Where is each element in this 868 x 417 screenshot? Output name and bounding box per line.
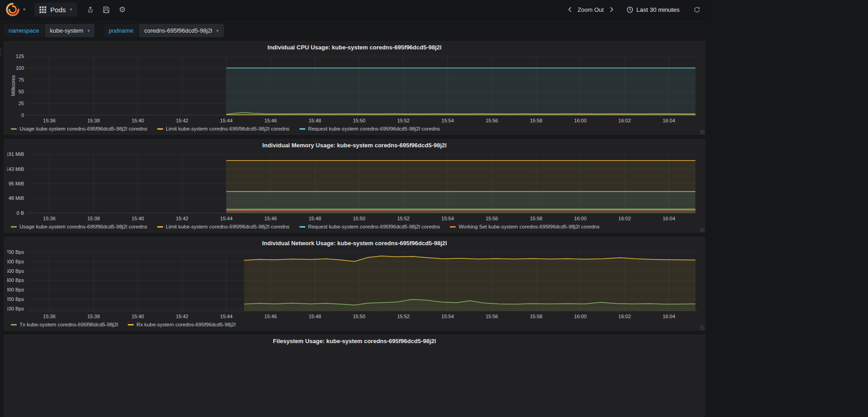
svg-text:16:02: 16:02: [618, 314, 631, 319]
legend-item[interactable]: Usage kube-system coredns-695f96dcd5-98j…: [11, 126, 147, 131]
panel-memory: Individual Memory Usage: kube-system cor…: [4, 139, 705, 233]
legend-item[interactable]: Request kube-system coredns-695f96dcd5-9…: [299, 224, 440, 229]
y-axis-label-millicores: Millicores: [10, 75, 16, 96]
svg-text:15:52: 15:52: [397, 216, 410, 221]
legend-item[interactable]: Working Set kube-system coredns-695f96dc…: [450, 224, 599, 229]
zoom-out-button[interactable]: Zoom Out: [576, 4, 606, 16]
time-controls: Zoom Out Last 30 minutes: [564, 4, 704, 16]
chevron-left-icon: [567, 6, 573, 13]
svg-text:16:02: 16:02: [618, 118, 631, 123]
svg-text:15:40: 15:40: [131, 216, 144, 221]
grafana-app: ▾ Pods ▾ ⚙: [0, 0, 709, 417]
svg-text:15:44: 15:44: [220, 118, 233, 123]
svg-text:16:00: 16:00: [574, 216, 587, 221]
svg-text:0 B: 0 B: [16, 210, 24, 216]
svg-text:16:00: 16:00: [574, 314, 587, 319]
dashboard-panels: Individual CPU Usage: kube-system coredn…: [0, 41, 709, 417]
legend-item[interactable]: Rx kube-system coredns-695f96dcd5-98j2l: [128, 322, 236, 327]
panel-title-memory[interactable]: Individual Memory Usage: kube-system cor…: [7, 141, 702, 150]
legend-item[interactable]: Limit kube-system coredns-695f96dcd5-98j…: [157, 224, 289, 229]
gear-icon: ⚙: [119, 6, 125, 14]
panel-cpu: Individual CPU Usage: kube-system coredn…: [4, 41, 705, 135]
network-usage-chart[interactable]: 100 Bps200 Bps300 Bps400 Bps500 Bps600 B…: [7, 248, 701, 320]
variable-label-podname: podname: [104, 24, 138, 37]
variable-label-namespace: namespace: [4, 24, 44, 37]
svg-text:15:40: 15:40: [131, 118, 144, 123]
memory-usage-chart[interactable]: 0 B48 MiB95 MiB143 MiB191 MiB15:3615:381…: [7, 150, 701, 222]
svg-text:143 MiB: 143 MiB: [7, 166, 24, 172]
time-shift-back-button[interactable]: [564, 4, 576, 15]
svg-text:15:36: 15:36: [43, 216, 56, 221]
panel-title-filesystem[interactable]: Filesystem Usage: kube-system coredns-69…: [7, 337, 702, 346]
svg-text:15:36: 15:36: [43, 118, 56, 123]
svg-text:25: 25: [19, 101, 24, 106]
svg-text:15:52: 15:52: [397, 118, 410, 123]
panel-resize-handle[interactable]: [700, 326, 704, 330]
grafana-logo-icon: [5, 2, 20, 17]
svg-text:0: 0: [21, 112, 24, 118]
save-button[interactable]: [98, 4, 114, 16]
cpu-legend: Usage kube-system coredns-695f96dcd5-98j…: [7, 124, 702, 133]
svg-text:15:44: 15:44: [220, 314, 233, 319]
grafana-menu-button[interactable]: ▾: [5, 2, 25, 17]
variable-dropdown-namespace[interactable]: kube-system ▾: [45, 24, 95, 37]
time-range-button[interactable]: Last 30 minutes: [622, 4, 684, 16]
variable-namespace: namespace kube-system ▾: [4, 24, 95, 37]
svg-text:15:42: 15:42: [176, 216, 188, 221]
panel-resize-handle[interactable]: [700, 228, 704, 232]
svg-text:15:58: 15:58: [530, 314, 543, 319]
svg-text:15:38: 15:38: [87, 118, 100, 123]
refresh-button[interactable]: [690, 4, 704, 16]
dashboard-picker-button[interactable]: Pods ▾: [34, 3, 77, 17]
share-icon: [87, 6, 94, 13]
caret-down-icon: ▾: [23, 7, 25, 12]
svg-text:500 Bps: 500 Bps: [7, 268, 24, 274]
svg-text:15:38: 15:38: [87, 314, 100, 319]
cpu-usage-chart[interactable]: 025507510012515:3615:3815:4015:4215:4415…: [7, 53, 701, 124]
svg-text:15:56: 15:56: [486, 314, 498, 319]
svg-text:15:54: 15:54: [441, 216, 454, 221]
memory-chart-area: 0 B48 MiB95 MiB143 MiB191 MiB15:3615:381…: [7, 150, 702, 222]
save-icon: [103, 6, 110, 13]
svg-text:700 Bps: 700 Bps: [7, 249, 24, 255]
row-drag-handle[interactable]: [0, 48, 1, 56]
svg-text:125: 125: [16, 53, 24, 59]
legend-item[interactable]: Request kube-system coredns-695f96dcd5-9…: [299, 126, 440, 131]
svg-text:100: 100: [16, 65, 24, 71]
variable-dropdown-podname[interactable]: coredns-695f96dcd5-98j2l ▾: [139, 24, 223, 37]
svg-text:15:46: 15:46: [265, 118, 277, 123]
network-legend: Tx kube-system coredns-695f96dcd5-98j2lR…: [7, 320, 702, 329]
time-shift-forward-button[interactable]: [606, 4, 617, 15]
svg-text:200 Bps: 200 Bps: [7, 296, 24, 302]
svg-text:48 MiB: 48 MiB: [9, 195, 24, 201]
variable-value-podname: coredns-695f96dcd5-98j2l: [144, 27, 212, 34]
legend-item[interactable]: Tx kube-system coredns-695f96dcd5-98j2l: [11, 322, 118, 327]
panel-title-network[interactable]: Individual Network Usage: kube-system co…: [7, 239, 702, 248]
svg-text:15:58: 15:58: [530, 216, 543, 221]
svg-text:15:50: 15:50: [353, 118, 366, 123]
svg-text:16:04: 16:04: [663, 216, 675, 221]
svg-text:15:46: 15:46: [265, 314, 277, 319]
caret-down-icon: ▾: [87, 29, 90, 33]
svg-text:15:36: 15:36: [43, 314, 56, 319]
panel-resize-handle[interactable]: [700, 130, 704, 134]
svg-text:15:48: 15:48: [309, 314, 321, 319]
dashboard-grid-icon: [39, 6, 46, 13]
variable-podname: podname coredns-695f96dcd5-98j2l ▾: [104, 24, 224, 37]
panel-network: Individual Network Usage: kube-system co…: [4, 237, 705, 331]
svg-text:15:56: 15:56: [486, 118, 498, 123]
svg-text:16:04: 16:04: [663, 118, 675, 123]
panel-title-cpu[interactable]: Individual CPU Usage: kube-system coredn…: [7, 44, 702, 53]
svg-text:15:48: 15:48: [309, 118, 321, 123]
chevron-right-icon: [609, 6, 614, 13]
refresh-icon: [694, 6, 700, 13]
svg-text:100 Bps: 100 Bps: [7, 306, 24, 311]
svg-text:15:48: 15:48: [309, 216, 321, 221]
share-button[interactable]: [82, 4, 98, 16]
dashboard-title: Pods: [50, 6, 66, 14]
settings-button[interactable]: ⚙: [114, 3, 130, 16]
svg-text:15:54: 15:54: [441, 314, 454, 319]
cpu-chart-area: 025507510012515:3615:3815:4015:4215:4415…: [7, 53, 702, 124]
legend-item[interactable]: Limit kube-system coredns-695f96dcd5-98j…: [157, 126, 289, 131]
legend-item[interactable]: Usage kube-system coredns-695f96dcd5-98j…: [11, 224, 147, 229]
